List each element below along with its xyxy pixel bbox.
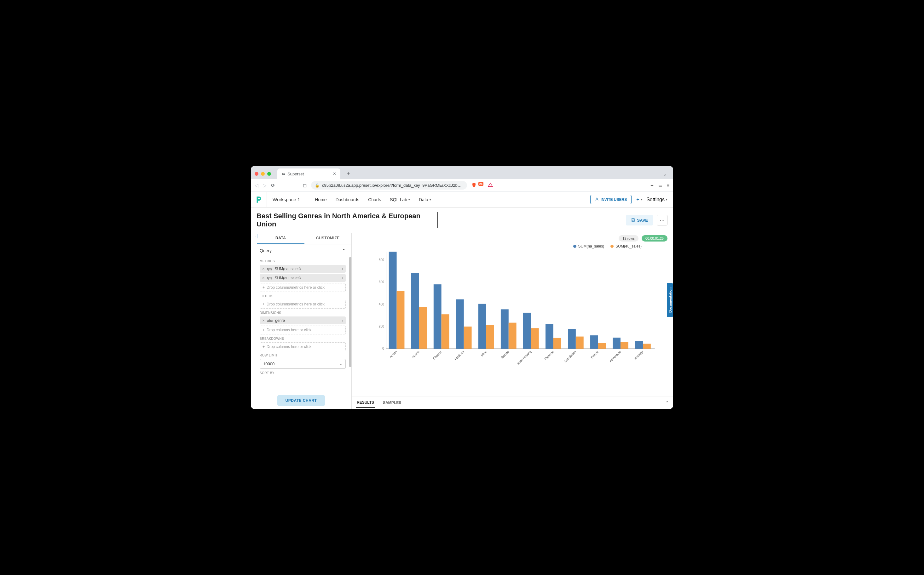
svg-text:Sports: Sports: [411, 350, 420, 359]
metric-label: SUM(na_sales): [274, 267, 301, 271]
svg-rect-18: [464, 327, 472, 349]
remove-icon[interactable]: ×: [262, 276, 265, 280]
chevron-right-icon[interactable]: ›: [342, 276, 343, 280]
invite-users-button[interactable]: INVITE USERS: [590, 195, 632, 204]
wallet-icon[interactable]: ▭: [658, 183, 663, 188]
svg-rect-36: [598, 343, 606, 349]
filters-drop-zone[interactable]: + Drop columns/metrics here or click: [260, 300, 346, 308]
breakdowns-drop-zone[interactable]: + Drop columns here or click: [260, 342, 346, 351]
svg-text:Misc: Misc: [480, 350, 487, 357]
chevron-up-icon: ⌃: [342, 248, 346, 253]
nav-dashboards[interactable]: Dashboards: [336, 197, 360, 202]
settings-menu[interactable]: Settings▾: [646, 197, 668, 202]
shield-count-badge: 26: [478, 182, 483, 186]
svg-text:Fighting: Fighting: [544, 350, 554, 361]
metric-pill[interactable]: × f(x) SUM(na_sales) ›: [260, 265, 346, 273]
collapse-panel-icon[interactable]: →|: [252, 233, 258, 238]
legend-label: SUM(na_sales): [578, 244, 604, 248]
add-menu-button[interactable]: ＋▾: [635, 196, 643, 203]
svg-text:800: 800: [379, 258, 384, 262]
browser-menu-icon[interactable]: ≡: [667, 183, 669, 188]
metrics-drop-zone[interactable]: + Drop columns/metrics here or click: [260, 283, 346, 292]
svg-text:Action: Action: [389, 350, 398, 359]
drop-hint: Drop columns/metrics here or click: [267, 302, 325, 307]
url-input[interactable]: 🔒 c95b2a08.us2a.app.preset.io/explore/?f…: [311, 181, 467, 189]
filters-label: FILTERS: [260, 294, 346, 298]
save-button[interactable]: SAVE: [626, 215, 653, 226]
legend-item[interactable]: SUM(na_sales): [573, 244, 604, 248]
legend-item[interactable]: SUM(eu_sales): [610, 244, 642, 248]
function-icon: f(x): [267, 267, 272, 271]
chevron-up-icon[interactable]: ⌃: [666, 400, 669, 405]
user-icon: [595, 197, 599, 202]
plus-icon: +: [263, 328, 265, 332]
svg-rect-17: [456, 299, 464, 349]
workspace-selector[interactable]: Workspace 1: [267, 192, 306, 207]
svg-rect-42: [643, 344, 651, 349]
brave-shield-icon[interactable]: [472, 182, 476, 189]
new-tab-button[interactable]: +: [344, 169, 353, 178]
svg-text:200: 200: [379, 325, 384, 328]
close-window-button[interactable]: [255, 172, 258, 176]
tab-results[interactable]: RESULTS: [356, 398, 375, 408]
dimensions-label: DIMENSIONS: [260, 311, 346, 315]
control-panel: →| DATA CUSTOMIZE Query ⌃ METRICS × f(x)…: [251, 233, 352, 409]
dimensions-drop-zone[interactable]: + Drop columns here or click: [260, 326, 346, 334]
chart-title-input[interactable]: Best Selling Genres in North America & E…: [256, 212, 438, 228]
svg-rect-12: [419, 307, 427, 349]
row-limit-select[interactable]: 10000 ⌄: [260, 359, 346, 369]
svg-rect-41: [635, 341, 643, 349]
maximize-window-button[interactable]: [267, 172, 271, 176]
chevron-right-icon[interactable]: ›: [342, 318, 343, 323]
tab-samples[interactable]: SAMPLES: [382, 398, 402, 407]
svg-text:Role-Playing: Role-Playing: [516, 350, 532, 365]
svg-rect-29: [545, 324, 553, 349]
svg-text:Adventure: Adventure: [609, 350, 622, 363]
back-icon[interactable]: ◁: [255, 183, 258, 188]
legend-dot: [573, 245, 577, 248]
nav-data[interactable]: Data▾: [419, 197, 431, 202]
update-chart-button[interactable]: UPDATE CHART: [277, 395, 325, 406]
query-section-header[interactable]: Query ⌃: [260, 245, 346, 257]
svg-text:Racing: Racing: [500, 350, 510, 360]
close-tab-icon[interactable]: ×: [333, 171, 336, 177]
minimize-window-button[interactable]: [261, 172, 265, 176]
svg-rect-35: [590, 335, 598, 349]
remove-icon[interactable]: ×: [262, 318, 265, 323]
tab-data[interactable]: DATA: [257, 233, 304, 244]
more-actions-button[interactable]: ⋯: [657, 215, 668, 226]
svg-rect-39: [621, 342, 628, 349]
drop-hint: Drop columns here or click: [267, 345, 311, 349]
extensions-icon[interactable]: ✦: [650, 183, 654, 188]
svg-rect-33: [576, 337, 584, 349]
reload-icon[interactable]: ⟳: [271, 183, 275, 188]
plus-icon: +: [263, 285, 265, 290]
chevron-right-icon[interactable]: ›: [342, 267, 343, 271]
svg-text:Puzzle: Puzzle: [590, 350, 599, 359]
documentation-label: Documentation: [668, 288, 672, 313]
remove-icon[interactable]: ×: [262, 267, 265, 271]
type-icon: abc: [267, 319, 273, 322]
row-limit-label: ROW LIMIT: [260, 354, 346, 357]
browser-tabs-bar: ∞ Superset × + ⌄: [251, 166, 673, 179]
nav-sql-lab[interactable]: SQL Lab▾: [390, 197, 410, 202]
scrollbar-thumb[interactable]: [349, 257, 351, 367]
extension-triangle-icon[interactable]: [488, 182, 493, 189]
tabs-dropdown-icon[interactable]: ⌄: [663, 171, 669, 177]
tab-customize[interactable]: CUSTOMIZE: [304, 233, 352, 244]
plus-icon: +: [263, 345, 265, 349]
metric-pill[interactable]: × f(x) SUM(eu_sales) ›: [260, 274, 346, 282]
nav-dashboards-label: Dashboards: [336, 197, 360, 202]
svg-rect-11: [411, 273, 419, 349]
drop-hint: Drop columns/metrics here or click: [267, 285, 325, 290]
documentation-tab[interactable]: Documentation: [667, 283, 673, 317]
browser-tab[interactable]: ∞ Superset ×: [277, 168, 340, 179]
svg-text:Shooter: Shooter: [432, 350, 443, 361]
dimension-pill[interactable]: × abc genre ›: [260, 316, 346, 324]
forward-icon[interactable]: ▷: [263, 183, 267, 188]
tab-favicon: ∞: [282, 171, 285, 176]
bookmark-icon[interactable]: ◻: [303, 183, 307, 188]
preset-logo[interactable]: [251, 195, 267, 204]
nav-charts[interactable]: Charts: [368, 197, 381, 202]
nav-home[interactable]: Home: [315, 197, 327, 202]
